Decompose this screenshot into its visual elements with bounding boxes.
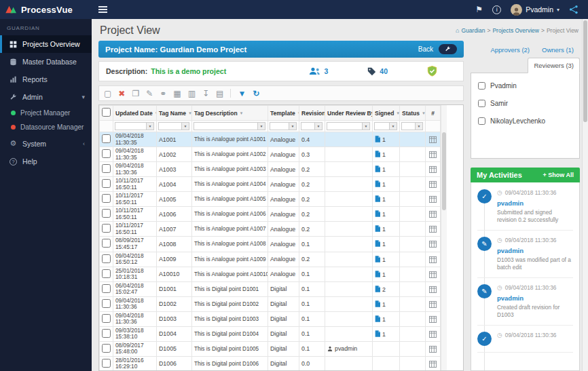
signed-document-icon[interactable] [375, 286, 382, 293]
filter-operator-button[interactable]: ▼ [182, 122, 189, 130]
scrollbar-thumb[interactable] [442, 132, 446, 210]
filter-operator-button[interactable]: ▼ [147, 122, 154, 130]
history-grid-icon[interactable] [428, 136, 438, 143]
history-grid-icon[interactable] [428, 360, 438, 368]
filter-template-input[interactable] [270, 122, 289, 130]
column-filter-icon[interactable]: ▼ [422, 111, 426, 115]
signed-document-icon[interactable] [375, 226, 382, 233]
signed-document-icon[interactable] [375, 196, 382, 203]
reviewer-item[interactable]: Pvadmin [478, 82, 572, 90]
signed-document-icon[interactable] [375, 241, 382, 248]
table-row[interactable]: 10/11/2017 16:50:11 A1007 This is Analog… [100, 222, 441, 237]
link-icon[interactable] [160, 90, 166, 98]
reviewer-checkbox[interactable] [478, 117, 485, 125]
sidebar-item-system[interactable]: ⚙ System ‹ [0, 134, 92, 153]
refresh-icon[interactable] [253, 90, 259, 98]
filter-revision-input[interactable] [301, 122, 315, 130]
table-row[interactable]: 10/11/2017 16:50:11 A1005 This is Analog… [100, 192, 441, 207]
history-grid-icon[interactable] [428, 195, 438, 203]
reviewer-item[interactable]: Samir [478, 100, 572, 107]
row-checkbox[interactable] [102, 194, 111, 203]
sidebar-item-master-database[interactable]: Master Database [0, 53, 92, 71]
row-checkbox[interactable] [102, 314, 111, 323]
row-checkbox[interactable] [102, 224, 111, 233]
column-filter-icon[interactable]: ▼ [188, 111, 192, 115]
signed-document-icon[interactable] [375, 256, 382, 263]
filter-operator-button[interactable]: ▼ [416, 122, 423, 130]
history-grid-icon[interactable] [428, 345, 438, 353]
user-menu[interactable]: Pvadmin ▾ [511, 4, 559, 16]
row-checkbox[interactable] [102, 134, 111, 143]
copy-icon[interactable] [132, 90, 139, 98]
columns-icon[interactable] [188, 90, 196, 98]
history-grid-icon[interactable] [428, 225, 438, 233]
sidebar-item-admin[interactable]: Admin ▾ [0, 88, 92, 106]
home-icon[interactable]: ⌂ [456, 27, 459, 34]
role-tab[interactable]: Reviewers (3) [528, 58, 580, 73]
table-icon[interactable] [173, 90, 181, 98]
filter-tag-description-input[interactable] [194, 122, 258, 130]
row-checkbox[interactable] [102, 359, 111, 368]
filter-tag-name-input[interactable] [158, 122, 182, 130]
filter-under-review-input[interactable] [327, 122, 363, 130]
row-checkbox[interactable] [102, 149, 111, 158]
history-grid-icon[interactable] [428, 240, 438, 248]
history-grid-icon[interactable] [428, 165, 438, 173]
row-checkbox[interactable] [102, 254, 111, 263]
app-logo[interactable]: ProcessVue [0, 5, 92, 15]
row-checkbox[interactable] [102, 269, 111, 278]
table-row[interactable]: 08/09/2017 15:48:00 D1005 This is Digita… [100, 341, 441, 356]
table-row[interactable]: 09/04/2018 11:30:36 D1002 This is Digita… [100, 296, 441, 311]
activity-user-link[interactable]: pvadmin [497, 294, 573, 302]
show-all-button[interactable]: + Show All [543, 172, 574, 178]
signed-document-icon[interactable] [375, 151, 382, 158]
role-tab[interactable]: Owners (1) [536, 42, 580, 58]
filter-operator-button[interactable]: ▼ [289, 122, 297, 130]
table-row[interactable]: 09/04/2018 11:30:36 D1003 This is Digita… [100, 311, 441, 326]
signed-document-icon[interactable] [375, 166, 382, 173]
signed-document-icon[interactable] [375, 181, 382, 188]
sidebar-item-project-manager[interactable]: Project Manager [0, 106, 92, 120]
scrollbar-thumb[interactable] [583, 20, 587, 122]
table-row[interactable]: 09/04/2018 16:50:12 A1009 This is Analog… [100, 252, 441, 267]
reviewer-checkbox[interactable] [478, 100, 485, 107]
history-grid-icon[interactable] [428, 256, 438, 263]
table-row[interactable]: 09/04/2018 11:30:35 A1002 This is Analog… [100, 147, 441, 162]
row-checkbox[interactable] [102, 239, 111, 248]
history-grid-icon[interactable] [428, 180, 438, 188]
signed-document-icon[interactable] [375, 136, 382, 143]
row-checkbox[interactable] [102, 209, 111, 218]
table-row[interactable]: 08/09/2017 15:45:17 A1008 This is Analog… [100, 237, 441, 252]
table-row[interactable]: 25/01/2018 10:18:31 A10010 This is Analo… [100, 267, 441, 281]
table-row[interactable]: 09/03/2018 15:38:10 D1004 This is Digita… [100, 326, 441, 341]
page-scrollbar[interactable] [582, 19, 588, 371]
filter-updated-date-input[interactable] [115, 122, 147, 130]
filter-icon[interactable] [238, 90, 246, 98]
activity-user-link[interactable]: pvadmin [497, 247, 573, 254]
table-row[interactable]: 28/01/2016 16:29:10 D1006 This is Digita… [100, 356, 441, 371]
activity-user-link[interactable]: pvadmin [497, 199, 573, 207]
reviewer-checkbox[interactable] [478, 82, 485, 90]
role-tab[interactable]: Approvers (2) [484, 42, 536, 58]
export-icon[interactable] [202, 90, 209, 98]
table-row[interactable]: 10/11/2017 16:50:11 A1004 This is Analog… [100, 177, 441, 192]
history-grid-icon[interactable] [428, 315, 438, 323]
history-grid-icon[interactable] [428, 271, 438, 278]
table-row[interactable]: 10/11/2017 16:50:11 A1006 This is Analog… [100, 207, 441, 222]
history-grid-icon[interactable] [428, 210, 438, 218]
filter-signed-input[interactable] [374, 122, 390, 130]
table-row[interactable]: 06/04/2018 15:02:47 D1001 This is Digita… [100, 281, 441, 296]
breadcrumb-projects-overview[interactable]: Projects Overview [492, 27, 539, 34]
row-checkbox[interactable] [102, 344, 111, 353]
breadcrumb-guardian[interactable]: Guardian [462, 27, 485, 34]
filter-operator-button[interactable]: ▼ [363, 122, 370, 130]
row-checkbox[interactable] [102, 329, 111, 338]
filter-operator-button[interactable]: ▼ [315, 122, 323, 130]
menu-icon[interactable] [98, 6, 107, 13]
table-scrollbar[interactable] [441, 105, 447, 370]
history-grid-icon[interactable] [428, 286, 438, 293]
edit-icon[interactable] [146, 90, 153, 98]
history-grid-icon[interactable] [428, 300, 438, 308]
table-row[interactable]: 09/04/2018 11:30:35 A1001 This is Analog… [100, 132, 441, 147]
column-filter-icon[interactable]: ▼ [396, 111, 399, 115]
